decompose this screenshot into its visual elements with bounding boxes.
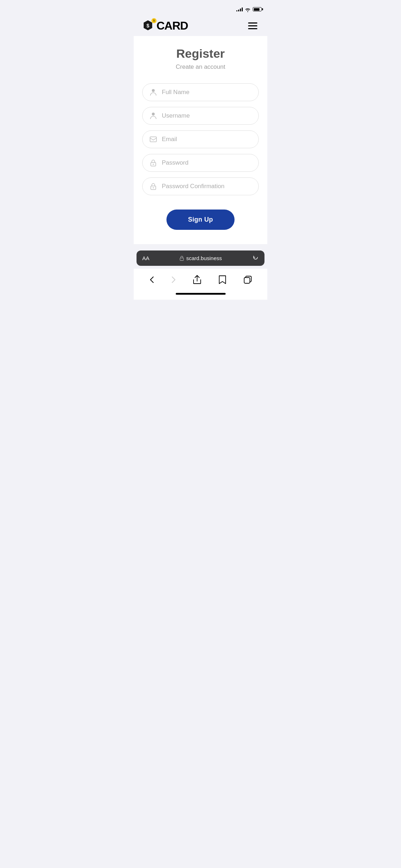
- reload-button[interactable]: [252, 254, 259, 262]
- share-button[interactable]: [190, 272, 204, 287]
- hamburger-menu[interactable]: [247, 21, 259, 31]
- page-subtitle: Create an account: [142, 63, 259, 71]
- browser-url[interactable]: scard.business: [149, 255, 252, 261]
- email-input-wrapper: [142, 130, 259, 148]
- register-form: Sign Up: [142, 83, 259, 230]
- logo-icon: $ 1: [142, 20, 155, 32]
- bookmarks-button[interactable]: [216, 272, 229, 287]
- font-size-button[interactable]: AA: [142, 255, 149, 261]
- signal-icon: [236, 7, 243, 11]
- lock-icon-browser: [180, 256, 184, 261]
- battery-icon: [253, 7, 262, 11]
- signup-button[interactable]: Sign Up: [166, 210, 234, 230]
- nav-bar: $ 1 CARD: [134, 16, 267, 36]
- status-bar: [134, 0, 267, 16]
- page-header: Register Create an account: [142, 47, 259, 71]
- browser-bar: AA scard.business: [137, 250, 264, 266]
- password-input[interactable]: [162, 159, 251, 166]
- fullname-input-wrapper: [142, 83, 259, 101]
- svg-point-5: [153, 164, 154, 165]
- logo: $ 1 CARD: [142, 19, 188, 32]
- svg-point-7: [153, 187, 154, 188]
- svg-point-1: [152, 89, 155, 92]
- person-icon: [150, 89, 157, 96]
- page-title: Register: [142, 47, 259, 61]
- envelope-icon: [150, 136, 157, 143]
- url-text: scard.business: [186, 255, 222, 261]
- signup-button-container: Sign Up: [142, 210, 259, 230]
- home-indicator: [176, 293, 226, 295]
- svg-point-2: [152, 113, 155, 115]
- lock-icon-2: [150, 183, 157, 190]
- svg-rect-9: [244, 278, 250, 283]
- svg-rect-8: [180, 258, 184, 260]
- username-input[interactable]: [162, 112, 251, 119]
- tabs-button[interactable]: [241, 273, 255, 286]
- password-input-wrapper: [142, 154, 259, 172]
- fullname-input[interactable]: [162, 89, 251, 96]
- username-input-wrapper: [142, 107, 259, 125]
- main-content: Register Create an account: [134, 36, 267, 244]
- svg-text:$: $: [146, 23, 149, 29]
- bottom-nav: [134, 269, 267, 293]
- person-icon-2: [150, 112, 157, 119]
- password-confirm-input[interactable]: [162, 183, 251, 190]
- email-input[interactable]: [162, 136, 251, 143]
- wifi-icon: [245, 7, 251, 11]
- logo-badge: 1: [151, 18, 156, 23]
- password-confirm-input-wrapper: [142, 177, 259, 195]
- back-button[interactable]: [147, 273, 157, 286]
- logo-text: CARD: [156, 19, 188, 32]
- lock-icon: [150, 159, 157, 166]
- forward-button[interactable]: [169, 273, 179, 286]
- svg-rect-3: [150, 137, 156, 142]
